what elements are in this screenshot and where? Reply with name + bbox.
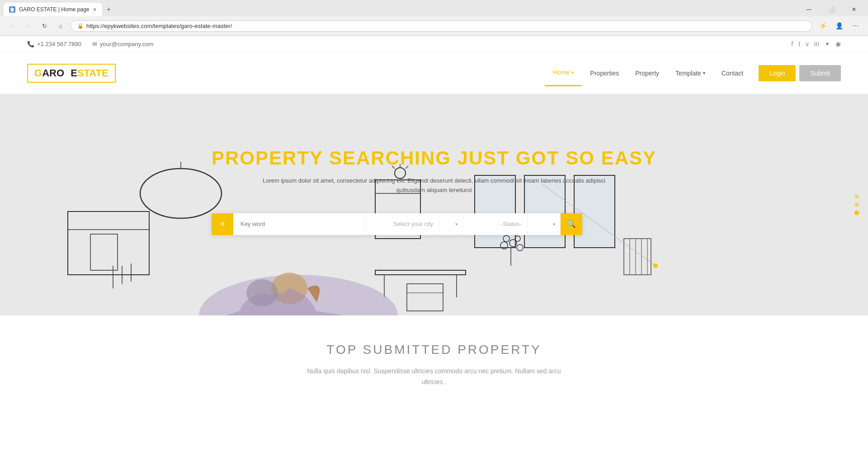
site-logo[interactable]: GARO ESTATE	[27, 64, 116, 83]
svg-point-35	[653, 263, 658, 268]
phone-contact: 📞 +1 234 567 7890	[27, 41, 81, 47]
window-controls: — ⬜ ✕	[798, 3, 864, 16]
close-button[interactable]: ✕	[844, 3, 864, 16]
top-bar: 📞 +1 234 567 7890 ✉ your@company.com f t…	[0, 36, 868, 52]
nav-menu: Home ▾ Properties Property Template ▾ Co…	[545, 60, 841, 86]
search-submit-button[interactable]: 🔍	[561, 213, 582, 235]
browser-actions: ⚡ 👤 ⋯	[816, 19, 863, 33]
nav-property-label: Property	[635, 70, 659, 77]
minimize-button[interactable]: —	[798, 3, 819, 16]
hero-title: PROPERTY SEARCHING JUST GOT SO EASY	[212, 147, 656, 169]
slider-dot-3[interactable]	[854, 211, 859, 215]
forward-button[interactable]: →	[22, 19, 34, 32]
phone-icon: 📞	[27, 41, 34, 47]
logo-space	[66, 67, 69, 79]
hero-subtitle: Lorem ipsum dolor sit amet, consectetur …	[253, 176, 615, 195]
slider-dot-1[interactable]	[854, 194, 859, 199]
section-title: TOP SUBMITTED PROPERTY	[27, 343, 841, 357]
maximize-button[interactable]: ⬜	[821, 3, 842, 16]
hamburger-icon: ≡	[220, 220, 224, 228]
nav-item-home[interactable]: Home ▾	[545, 60, 582, 86]
email-icon: ✉	[92, 41, 97, 47]
browser-tab[interactable]: 📄 GARO ESTATE | Home page ✕	[4, 3, 102, 16]
nav-contact-label: Contact	[722, 70, 743, 77]
tab-favicon: 📄	[9, 6, 15, 13]
status-select[interactable]: -Status-	[495, 213, 528, 235]
nav-item-property[interactable]: Property	[627, 61, 667, 86]
url-text: https://epykwebsites.com/templates/garo-…	[86, 23, 232, 29]
linkedin-icon[interactable]: in	[814, 40, 819, 47]
lock-icon: 🔒	[77, 23, 84, 29]
twitter-icon[interactable]: t	[798, 40, 800, 47]
nav-properties-label: Properties	[590, 70, 619, 77]
nav-template-label: Template	[675, 70, 701, 77]
new-tab-button[interactable]: +	[102, 3, 115, 16]
address-bar: ← → ↻ ⌂ 🔒 https://epykwebsites.com/templ…	[0, 16, 868, 35]
website-content: 📞 +1 234 567 7890 ✉ your@company.com f t…	[0, 36, 868, 406]
home-dropdown-icon: ▾	[571, 70, 574, 75]
logo-second-word: ESTATE	[71, 67, 108, 79]
slider-dots	[854, 194, 859, 215]
dribbble-icon[interactable]: ✦	[825, 40, 830, 47]
home-button[interactable]: ⌂	[54, 19, 67, 32]
browser-chrome: 📄 GARO ESTATE | Home page ✕ + — ⬜ ✕ ← → …	[0, 0, 868, 36]
url-bar[interactable]: 🔒 https://epykwebsites.com/templates/gar…	[71, 20, 812, 32]
slider-dot-2[interactable]	[854, 202, 859, 207]
template-dropdown-icon: ▾	[703, 70, 705, 75]
search-bar: ≡ Select your city -Status- 🔍	[212, 213, 582, 235]
nav-item-properties[interactable]: Properties	[582, 61, 627, 86]
search-menu-button[interactable]: ≡	[212, 213, 233, 235]
facebook-icon[interactable]: f	[791, 40, 793, 47]
submit-button[interactable]: Submit	[799, 65, 841, 81]
instagram-icon[interactable]: ◉	[835, 40, 841, 47]
status-select-wrap: -Status-	[463, 213, 561, 235]
logo-first-word: GARO	[34, 67, 64, 79]
email-address: your@company.com	[100, 41, 153, 47]
login-button[interactable]: Login	[759, 65, 796, 81]
city-select[interactable]: Select your city	[388, 213, 439, 235]
bottom-section: TOP SUBMITTED PROPERTY Nulla quis dapibu…	[0, 315, 868, 406]
tab-close-button[interactable]: ✕	[93, 7, 97, 13]
email-contact: ✉ your@company.com	[92, 41, 153, 47]
more-button[interactable]: ⋯	[848, 19, 863, 33]
hero-content: PROPERTY SEARCHING JUST GOT SO EASY Lore…	[193, 147, 675, 235]
phone-number: +1 234 567 7890	[37, 41, 81, 47]
tab-bar: 📄 GARO ESTATE | Home page ✕ + — ⬜ ✕	[0, 0, 868, 16]
refresh-button[interactable]: ↻	[38, 19, 51, 32]
nav-item-template[interactable]: Template ▾	[667, 61, 713, 86]
tab-title: GARO ESTATE | Home page	[19, 6, 89, 13]
section-desc: Nulla quis dapibus nisl. Suspendisse ult…	[298, 366, 570, 388]
vimeo-icon[interactable]: v	[806, 40, 809, 47]
nav-home-label: Home	[553, 69, 570, 76]
social-links: f t v in ✦ ◉	[791, 40, 841, 47]
profile-button[interactable]: 👤	[832, 19, 846, 33]
navbar: GARO ESTATE Home ▾ Properties Property T…	[0, 52, 868, 94]
keyword-input[interactable]	[233, 213, 365, 235]
search-icon: 🔍	[567, 220, 576, 228]
back-button[interactable]: ←	[5, 19, 18, 32]
contact-info: 📞 +1 234 567 7890 ✉ your@company.com	[27, 41, 153, 47]
city-select-wrap: Select your city	[365, 213, 462, 235]
extensions-button[interactable]: ⚡	[816, 19, 830, 33]
nav-item-contact[interactable]: Contact	[713, 61, 751, 86]
hero-section: PROPERTY SEARCHING JUST GOT SO EASY Lore…	[0, 94, 868, 315]
